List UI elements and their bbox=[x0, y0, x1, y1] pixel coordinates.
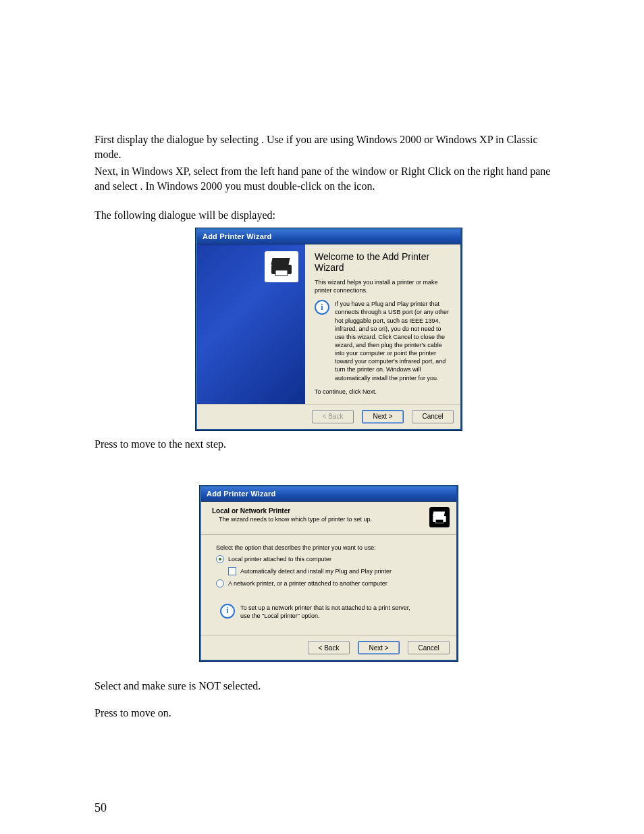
text: is NOT selected. bbox=[189, 680, 261, 692]
text: Press bbox=[95, 438, 120, 450]
text: icon. bbox=[354, 180, 375, 192]
add-printer-wizard-dialog-welcome: Add Printer Wizard Welcome to the Add Pr… bbox=[196, 228, 462, 430]
wizard-info-text: If you have a Plug and Play printer that… bbox=[335, 300, 451, 382]
dialog-titlebar: Add Printer Wizard bbox=[201, 487, 456, 502]
cancel-button[interactable]: Cancel bbox=[408, 641, 450, 654]
wizard-step-title: Local or Network Printer bbox=[212, 507, 372, 515]
text: dialogue by selecting bbox=[167, 134, 261, 145]
add-printer-wizard-dialog-local-network: Add Printer Wizard Local or Network Prin… bbox=[200, 486, 458, 661]
text: First display the bbox=[95, 134, 167, 145]
text: and make sure bbox=[124, 680, 188, 692]
next-button[interactable]: Next > bbox=[362, 410, 404, 423]
text: The following dialogue will be displayed… bbox=[95, 208, 563, 223]
dialog-titlebar: Add Printer Wizard bbox=[197, 230, 460, 244]
network-printer-label: A network printer, or a printer attached… bbox=[228, 580, 387, 587]
printer-icon bbox=[429, 507, 450, 527]
text: to move to the next step. bbox=[120, 438, 226, 450]
text: . Use bbox=[261, 134, 286, 145]
text: Press bbox=[95, 707, 120, 719]
auto-detect-label: Automatically detect and install my Plug… bbox=[240, 568, 392, 575]
svg-rect-5 bbox=[435, 519, 444, 523]
text: Select bbox=[95, 680, 124, 692]
svg-rect-2 bbox=[275, 270, 288, 276]
text: . In Windows 2000 you must double-click … bbox=[140, 180, 354, 192]
auto-detect-checkbox[interactable] bbox=[228, 567, 236, 575]
back-button[interactable]: < Back bbox=[308, 641, 350, 654]
wizard-hint-text: To set up a network printer that is not … bbox=[240, 604, 416, 620]
local-printer-radio[interactable] bbox=[216, 555, 224, 563]
wizard-side-banner bbox=[197, 244, 305, 404]
body-text-block: First display the dialogue by selecting … bbox=[95, 132, 563, 223]
back-button: < Back bbox=[312, 410, 354, 423]
prompt-text: Select the option that describes the pri… bbox=[216, 544, 441, 551]
svg-rect-0 bbox=[271, 258, 290, 265]
text: to move on. bbox=[120, 707, 171, 719]
wizard-heading: Welcome to the Add Printer Wizard bbox=[315, 251, 451, 273]
wizard-step-subtitle: The wizard needs to know which type of p… bbox=[212, 516, 372, 523]
local-printer-label: Local printer attached to this computer bbox=[228, 556, 331, 563]
network-printer-radio[interactable] bbox=[216, 579, 224, 588]
page-number: 50 bbox=[95, 801, 107, 815]
printer-icon bbox=[265, 251, 298, 282]
info-icon: i bbox=[220, 604, 235, 619]
text: Next, in Windows XP, select bbox=[95, 165, 221, 177]
wizard-continue-text: To continue, click Next. bbox=[315, 388, 451, 396]
next-button[interactable]: Next > bbox=[358, 641, 400, 654]
info-icon: i bbox=[315, 300, 329, 315]
wizard-intro-text: This wizard helps you install a printer … bbox=[315, 278, 451, 294]
cancel-button[interactable]: Cancel bbox=[412, 410, 454, 423]
svg-rect-3 bbox=[433, 511, 445, 515]
